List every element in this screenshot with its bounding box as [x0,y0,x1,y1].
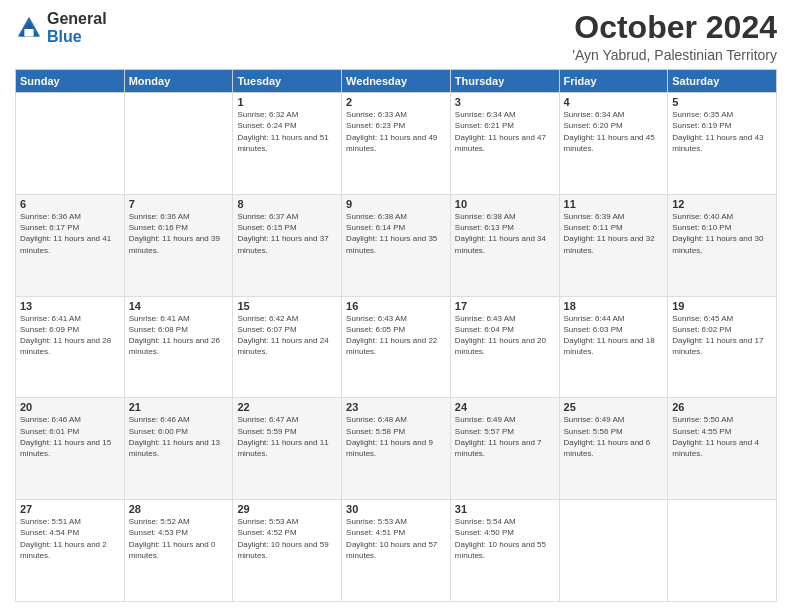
calendar-week-1: 1Sunrise: 6:32 AM Sunset: 6:24 PM Daylig… [16,93,777,195]
calendar-week-5: 27Sunrise: 5:51 AM Sunset: 4:54 PM Dayli… [16,500,777,602]
day-number: 20 [20,401,120,413]
logo-blue: Blue [47,28,82,45]
day-info: Sunrise: 5:54 AM Sunset: 4:50 PM Dayligh… [455,516,555,561]
logo-text: General Blue [47,10,107,45]
calendar-cell: 9Sunrise: 6:38 AM Sunset: 6:14 PM Daylig… [342,194,451,296]
page-header: General Blue October 2024 'Ayn Yabrud, P… [15,10,777,63]
calendar-cell: 23Sunrise: 6:48 AM Sunset: 5:58 PM Dayli… [342,398,451,500]
calendar-cell: 13Sunrise: 6:41 AM Sunset: 6:09 PM Dayli… [16,296,125,398]
col-monday: Monday [124,70,233,93]
calendar-cell [16,93,125,195]
day-number: 29 [237,503,337,515]
day-info: Sunrise: 6:49 AM Sunset: 5:57 PM Dayligh… [455,414,555,459]
calendar-cell [668,500,777,602]
day-info: Sunrise: 5:53 AM Sunset: 4:51 PM Dayligh… [346,516,446,561]
day-info: Sunrise: 6:46 AM Sunset: 6:01 PM Dayligh… [20,414,120,459]
logo: General Blue [15,10,107,45]
day-info: Sunrise: 6:36 AM Sunset: 6:17 PM Dayligh… [20,211,120,256]
calendar-cell: 3Sunrise: 6:34 AM Sunset: 6:21 PM Daylig… [450,93,559,195]
day-number: 10 [455,198,555,210]
day-number: 13 [20,300,120,312]
day-info: Sunrise: 6:44 AM Sunset: 6:03 PM Dayligh… [564,313,664,358]
day-number: 24 [455,401,555,413]
svg-rect-2 [24,29,33,36]
calendar-cell: 15Sunrise: 6:42 AM Sunset: 6:07 PM Dayli… [233,296,342,398]
day-number: 12 [672,198,772,210]
day-number: 7 [129,198,229,210]
calendar-week-3: 13Sunrise: 6:41 AM Sunset: 6:09 PM Dayli… [16,296,777,398]
day-info: Sunrise: 6:37 AM Sunset: 6:15 PM Dayligh… [237,211,337,256]
calendar-table: Sunday Monday Tuesday Wednesday Thursday… [15,69,777,602]
calendar-cell: 21Sunrise: 6:46 AM Sunset: 6:00 PM Dayli… [124,398,233,500]
calendar-cell: 26Sunrise: 5:50 AM Sunset: 4:55 PM Dayli… [668,398,777,500]
day-number: 16 [346,300,446,312]
day-number: 21 [129,401,229,413]
calendar-cell: 22Sunrise: 6:47 AM Sunset: 5:59 PM Dayli… [233,398,342,500]
calendar-cell: 29Sunrise: 5:53 AM Sunset: 4:52 PM Dayli… [233,500,342,602]
day-info: Sunrise: 6:43 AM Sunset: 6:05 PM Dayligh… [346,313,446,358]
day-number: 4 [564,96,664,108]
calendar-cell: 31Sunrise: 5:54 AM Sunset: 4:50 PM Dayli… [450,500,559,602]
calendar-cell: 24Sunrise: 6:49 AM Sunset: 5:57 PM Dayli… [450,398,559,500]
day-number: 9 [346,198,446,210]
day-number: 1 [237,96,337,108]
calendar-week-2: 6Sunrise: 6:36 AM Sunset: 6:17 PM Daylig… [16,194,777,296]
calendar-cell: 19Sunrise: 6:45 AM Sunset: 6:02 PM Dayli… [668,296,777,398]
logo-general: General [47,10,107,27]
calendar-cell: 5Sunrise: 6:35 AM Sunset: 6:19 PM Daylig… [668,93,777,195]
day-info: Sunrise: 5:53 AM Sunset: 4:52 PM Dayligh… [237,516,337,561]
day-info: Sunrise: 6:34 AM Sunset: 6:21 PM Dayligh… [455,109,555,154]
day-number: 26 [672,401,772,413]
location-title: 'Ayn Yabrud, Palestinian Territory [572,47,777,63]
calendar-cell: 27Sunrise: 5:51 AM Sunset: 4:54 PM Dayli… [16,500,125,602]
day-number: 30 [346,503,446,515]
day-number: 18 [564,300,664,312]
day-info: Sunrise: 6:45 AM Sunset: 6:02 PM Dayligh… [672,313,772,358]
calendar-cell [124,93,233,195]
day-number: 15 [237,300,337,312]
day-number: 8 [237,198,337,210]
calendar-cell: 14Sunrise: 6:41 AM Sunset: 6:08 PM Dayli… [124,296,233,398]
day-info: Sunrise: 6:39 AM Sunset: 6:11 PM Dayligh… [564,211,664,256]
day-number: 17 [455,300,555,312]
day-info: Sunrise: 6:46 AM Sunset: 6:00 PM Dayligh… [129,414,229,459]
calendar-cell: 11Sunrise: 6:39 AM Sunset: 6:11 PM Dayli… [559,194,668,296]
day-info: Sunrise: 6:36 AM Sunset: 6:16 PM Dayligh… [129,211,229,256]
day-info: Sunrise: 6:35 AM Sunset: 6:19 PM Dayligh… [672,109,772,154]
calendar-cell: 2Sunrise: 6:33 AM Sunset: 6:23 PM Daylig… [342,93,451,195]
calendar-cell: 10Sunrise: 6:38 AM Sunset: 6:13 PM Dayli… [450,194,559,296]
day-info: Sunrise: 6:38 AM Sunset: 6:13 PM Dayligh… [455,211,555,256]
calendar-week-4: 20Sunrise: 6:46 AM Sunset: 6:01 PM Dayli… [16,398,777,500]
calendar-cell: 20Sunrise: 6:46 AM Sunset: 6:01 PM Dayli… [16,398,125,500]
day-number: 19 [672,300,772,312]
calendar-cell: 7Sunrise: 6:36 AM Sunset: 6:16 PM Daylig… [124,194,233,296]
day-info: Sunrise: 6:34 AM Sunset: 6:20 PM Dayligh… [564,109,664,154]
day-number: 3 [455,96,555,108]
calendar-header-row: Sunday Monday Tuesday Wednesday Thursday… [16,70,777,93]
col-sunday: Sunday [16,70,125,93]
day-info: Sunrise: 6:49 AM Sunset: 5:56 PM Dayligh… [564,414,664,459]
month-title: October 2024 [572,10,777,45]
day-number: 6 [20,198,120,210]
calendar-cell: 12Sunrise: 6:40 AM Sunset: 6:10 PM Dayli… [668,194,777,296]
day-number: 11 [564,198,664,210]
day-number: 31 [455,503,555,515]
day-number: 23 [346,401,446,413]
day-info: Sunrise: 6:38 AM Sunset: 6:14 PM Dayligh… [346,211,446,256]
day-number: 2 [346,96,446,108]
calendar-cell [559,500,668,602]
col-saturday: Saturday [668,70,777,93]
calendar-cell: 4Sunrise: 6:34 AM Sunset: 6:20 PM Daylig… [559,93,668,195]
calendar-cell: 18Sunrise: 6:44 AM Sunset: 6:03 PM Dayli… [559,296,668,398]
day-info: Sunrise: 5:51 AM Sunset: 4:54 PM Dayligh… [20,516,120,561]
day-number: 25 [564,401,664,413]
day-info: Sunrise: 5:52 AM Sunset: 4:53 PM Dayligh… [129,516,229,561]
calendar-cell: 16Sunrise: 6:43 AM Sunset: 6:05 PM Dayli… [342,296,451,398]
calendar-cell: 30Sunrise: 5:53 AM Sunset: 4:51 PM Dayli… [342,500,451,602]
day-info: Sunrise: 6:40 AM Sunset: 6:10 PM Dayligh… [672,211,772,256]
day-info: Sunrise: 6:43 AM Sunset: 6:04 PM Dayligh… [455,313,555,358]
col-tuesday: Tuesday [233,70,342,93]
calendar-page: General Blue October 2024 'Ayn Yabrud, P… [0,0,792,612]
calendar-cell: 25Sunrise: 6:49 AM Sunset: 5:56 PM Dayli… [559,398,668,500]
day-info: Sunrise: 6:47 AM Sunset: 5:59 PM Dayligh… [237,414,337,459]
